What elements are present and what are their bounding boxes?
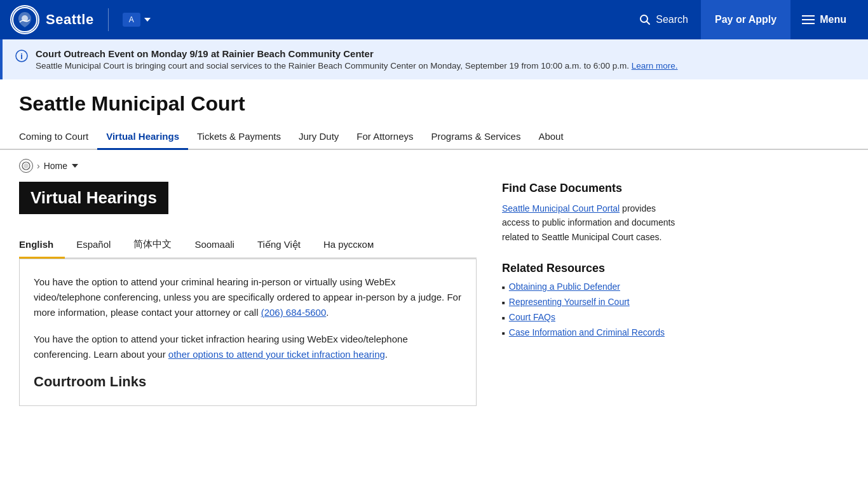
find-case-docs-heading: Find Case Documents — [502, 182, 680, 195]
search-icon — [639, 14, 651, 25]
public-defender-link[interactable]: Obtaining a Public Defender — [509, 281, 620, 292]
lang-tab-espanol[interactable]: Español — [65, 232, 122, 259]
related-resources-list: Obtaining a Public Defender Representing… — [502, 281, 680, 337]
seattle-logo — [10, 5, 39, 34]
nav-for-attorneys[interactable]: For Attorneys — [348, 125, 422, 150]
svg-rect-4 — [802, 19, 815, 20]
svg-text:i: i — [20, 51, 23, 61]
breadcrumb: › Home — [0, 150, 868, 182]
list-item: Obtaining a Public Defender — [502, 281, 680, 292]
breadcrumb-separator: › — [37, 161, 40, 171]
language-tabs: English Español 简体中文 Soomaali Tiếng Việt… — [19, 232, 477, 259]
lang-tab-russian[interactable]: На русском — [312, 232, 385, 259]
translate-button[interactable]: A — [123, 13, 152, 27]
nav-virtual-hearings[interactable]: Virtual Hearings — [97, 125, 188, 150]
hamburger-icon — [802, 15, 815, 24]
main-content: Virtual Hearings English Español 简体中文 So… — [0, 182, 868, 431]
alert-learn-more-link[interactable]: Learn more. — [632, 61, 678, 71]
lang-tab-somali[interactable]: Soomaali — [183, 232, 246, 259]
top-nav-left: Seattle A — [10, 5, 152, 34]
svg-rect-3 — [802, 15, 815, 17]
nav-tickets-payments[interactable]: Tickets & Payments — [188, 125, 290, 150]
list-item: Court FAQs — [502, 312, 680, 322]
primary-navigation: Coming to Court Virtual Hearings Tickets… — [0, 125, 868, 150]
breadcrumb-dropdown-button[interactable] — [71, 161, 79, 171]
info-icon: i — [15, 50, 28, 65]
nav-jury-duty[interactable]: Jury Duty — [290, 125, 348, 150]
nav-programs-services[interactable]: Programs & Services — [423, 125, 530, 150]
find-case-docs-section: Find Case Documents Seattle Municipal Co… — [502, 182, 680, 244]
alert-title: Court Outreach Event on Monday 9/19 at R… — [36, 48, 678, 59]
list-item: Case Information and Criminal Records — [502, 327, 680, 337]
page-heading-box: Virtual Hearings — [19, 182, 168, 214]
search-label: Search — [656, 14, 688, 25]
court-faqs-link[interactable]: Court FAQs — [509, 312, 555, 322]
content-paragraph-2: You have the option to attend your ticke… — [34, 332, 462, 362]
content-left: Virtual Hearings English Español 简体中文 So… — [19, 182, 477, 406]
lang-tab-chinese[interactable]: 简体中文 — [122, 232, 183, 259]
site-title: Seattle Municipal Court — [19, 92, 849, 116]
breadcrumb-home-link[interactable]: Home — [44, 161, 67, 171]
lang-tab-english[interactable]: English — [19, 232, 65, 259]
site-city-label: Seattle — [46, 11, 94, 28]
alert-body: Seattle Municipal Court is bringing cour… — [36, 61, 678, 71]
svg-rect-5 — [802, 23, 815, 24]
alert-banner: i Court Outreach Event on Monday 9/19 at… — [0, 39, 868, 79]
find-case-docs-text: Seattle Municipal Court Portal provides … — [502, 201, 680, 244]
breadcrumb-logo — [19, 159, 33, 173]
related-resources-heading: Related Resources — [502, 262, 680, 275]
list-item: Representing Yourself in Court — [502, 297, 680, 307]
site-header: Seattle Municipal Court — [0, 79, 868, 116]
ticket-hearing-link[interactable]: other options to attend your ticket infr… — [168, 349, 385, 360]
content-box: You have the option to attend your crimi… — [19, 259, 477, 406]
content-paragraph-1: You have the option to attend your crimi… — [34, 274, 462, 320]
top-navigation: Seattle A Search Pay or Apply Menu — [0, 0, 868, 39]
case-info-link[interactable]: Case Information and Criminal Records — [509, 327, 665, 337]
chevron-down-icon — [143, 15, 152, 24]
phone-link[interactable]: (206) 684-5600 — [261, 307, 327, 318]
menu-button[interactable]: Menu — [790, 0, 858, 39]
related-resources-section: Related Resources Obtaining a Public Def… — [502, 262, 680, 337]
chevron-down-icon — [71, 163, 79, 169]
alert-content: Court Outreach Event on Monday 9/19 at R… — [36, 48, 678, 71]
court-portal-link[interactable]: Seattle Municipal Court Portal — [502, 203, 620, 214]
lang-tab-vietnamese[interactable]: Tiếng Việt — [246, 232, 312, 259]
courtroom-links-heading: Courtroom Links — [34, 374, 462, 390]
self-represent-link[interactable]: Representing Yourself in Court — [509, 297, 630, 307]
translate-icon: A — [123, 13, 140, 27]
search-button[interactable]: Search — [627, 0, 701, 39]
nav-coming-to-court[interactable]: Coming to Court — [19, 125, 97, 150]
page-heading: Virtual Hearings — [31, 188, 157, 208]
menu-label: Menu — [820, 14, 846, 25]
nav-about[interactable]: About — [529, 125, 572, 150]
right-sidebar: Find Case Documents Seattle Municipal Co… — [502, 182, 680, 406]
pay-apply-button[interactable]: Pay or Apply — [701, 0, 790, 39]
nav-divider — [108, 8, 109, 31]
top-nav-right: Search Pay or Apply Menu — [627, 0, 858, 39]
